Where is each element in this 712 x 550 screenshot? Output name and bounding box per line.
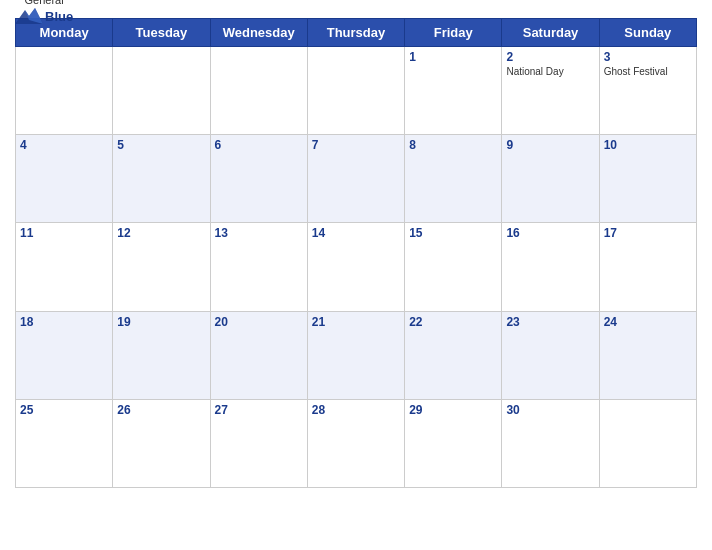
weekday-header-row: MondayTuesdayWednesdayThursdayFridaySatu… bbox=[16, 19, 697, 47]
calendar-day-cell bbox=[599, 399, 696, 487]
event-label: Ghost Festival bbox=[604, 66, 692, 77]
calendar-day-cell: 18 bbox=[16, 311, 113, 399]
calendar-day-cell: 11 bbox=[16, 223, 113, 311]
calendar-day-cell bbox=[16, 47, 113, 135]
day-number: 23 bbox=[506, 315, 594, 329]
day-number: 2 bbox=[506, 50, 594, 64]
calendar-week-row: 18192021222324 bbox=[16, 311, 697, 399]
logo-blue-text: Blue bbox=[45, 9, 73, 24]
calendar-day-cell: 20 bbox=[210, 311, 307, 399]
calendar-week-row: 12National Day3Ghost Festival bbox=[16, 47, 697, 135]
day-number: 30 bbox=[506, 403, 594, 417]
calendar-day-cell: 4 bbox=[16, 135, 113, 223]
calendar-day-cell: 15 bbox=[405, 223, 502, 311]
calendar-day-cell: 1 bbox=[405, 47, 502, 135]
calendar-table: MondayTuesdayWednesdayThursdayFridaySatu… bbox=[15, 18, 697, 488]
calendar-day-cell: 19 bbox=[113, 311, 210, 399]
calendar-day-cell: 25 bbox=[16, 399, 113, 487]
day-number: 5 bbox=[117, 138, 205, 152]
day-number: 21 bbox=[312, 315, 400, 329]
weekday-header-friday: Friday bbox=[405, 19, 502, 47]
day-number: 28 bbox=[312, 403, 400, 417]
weekday-header-tuesday: Tuesday bbox=[113, 19, 210, 47]
day-number: 24 bbox=[604, 315, 692, 329]
calendar-week-row: 45678910 bbox=[16, 135, 697, 223]
day-number: 29 bbox=[409, 403, 497, 417]
day-number: 22 bbox=[409, 315, 497, 329]
calendar-day-cell: 13 bbox=[210, 223, 307, 311]
calendar-day-cell: 28 bbox=[307, 399, 404, 487]
day-number: 4 bbox=[20, 138, 108, 152]
logo: General Blue bbox=[15, 0, 73, 26]
event-label: National Day bbox=[506, 66, 594, 77]
day-number: 17 bbox=[604, 226, 692, 240]
day-number: 1 bbox=[409, 50, 497, 64]
weekday-header-wednesday: Wednesday bbox=[210, 19, 307, 47]
day-number: 14 bbox=[312, 226, 400, 240]
calendar-day-cell: 9 bbox=[502, 135, 599, 223]
calendar-week-row: 11121314151617 bbox=[16, 223, 697, 311]
calendar-day-cell: 12 bbox=[113, 223, 210, 311]
calendar-day-cell: 5 bbox=[113, 135, 210, 223]
calendar-day-cell: 29 bbox=[405, 399, 502, 487]
day-number: 11 bbox=[20, 226, 108, 240]
calendar-day-cell: 17 bbox=[599, 223, 696, 311]
calendar-day-cell: 16 bbox=[502, 223, 599, 311]
day-number: 10 bbox=[604, 138, 692, 152]
day-number: 9 bbox=[506, 138, 594, 152]
calendar-day-cell: 10 bbox=[599, 135, 696, 223]
weekday-header-saturday: Saturday bbox=[502, 19, 599, 47]
day-number: 19 bbox=[117, 315, 205, 329]
calendar-week-row: 252627282930 bbox=[16, 399, 697, 487]
calendar-day-cell: 8 bbox=[405, 135, 502, 223]
calendar-day-cell: 27 bbox=[210, 399, 307, 487]
day-number: 8 bbox=[409, 138, 497, 152]
calendar-thead: MondayTuesdayWednesdayThursdayFridaySatu… bbox=[16, 19, 697, 47]
day-number: 25 bbox=[20, 403, 108, 417]
weekday-header-thursday: Thursday bbox=[307, 19, 404, 47]
day-number: 3 bbox=[604, 50, 692, 64]
calendar-day-cell: 7 bbox=[307, 135, 404, 223]
day-number: 16 bbox=[506, 226, 594, 240]
calendar-day-cell: 23 bbox=[502, 311, 599, 399]
calendar-day-cell: 6 bbox=[210, 135, 307, 223]
calendar-day-cell: 2National Day bbox=[502, 47, 599, 135]
calendar-day-cell: 22 bbox=[405, 311, 502, 399]
day-number: 26 bbox=[117, 403, 205, 417]
calendar-day-cell bbox=[113, 47, 210, 135]
calendar-day-cell: 14 bbox=[307, 223, 404, 311]
day-number: 27 bbox=[215, 403, 303, 417]
calendar-day-cell bbox=[210, 47, 307, 135]
calendar-day-cell: 21 bbox=[307, 311, 404, 399]
calendar-tbody: 12National Day3Ghost Festival45678910111… bbox=[16, 47, 697, 488]
day-number: 6 bbox=[215, 138, 303, 152]
day-number: 20 bbox=[215, 315, 303, 329]
day-number: 13 bbox=[215, 226, 303, 240]
calendar-day-cell: 24 bbox=[599, 311, 696, 399]
calendar-day-cell: 26 bbox=[113, 399, 210, 487]
calendar-day-cell: 30 bbox=[502, 399, 599, 487]
logo-bird-icon bbox=[15, 6, 43, 26]
day-number: 12 bbox=[117, 226, 205, 240]
calendar-container: General Blue MondayTuesdayWednesdayThurs… bbox=[0, 0, 712, 550]
day-number: 18 bbox=[20, 315, 108, 329]
day-number: 15 bbox=[409, 226, 497, 240]
day-number: 7 bbox=[312, 138, 400, 152]
weekday-header-sunday: Sunday bbox=[599, 19, 696, 47]
calendar-day-cell: 3Ghost Festival bbox=[599, 47, 696, 135]
calendar-day-cell bbox=[307, 47, 404, 135]
